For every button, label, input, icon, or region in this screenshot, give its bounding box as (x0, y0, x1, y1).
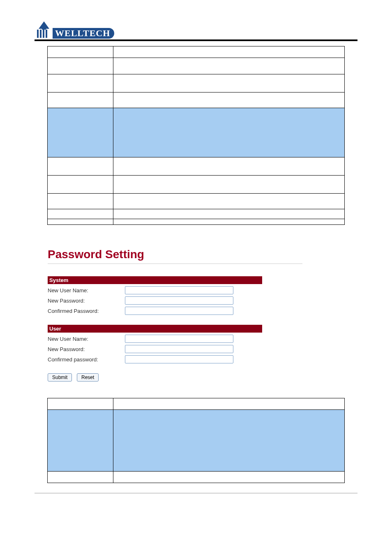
table-cell (113, 410, 345, 472)
user-password-label: New Password: (48, 346, 125, 352)
user-username-label: New User Name: (48, 336, 125, 342)
submit-button[interactable]: Submit (48, 373, 72, 382)
system-username-label: New User Name: (48, 287, 125, 294)
table-cell (113, 46, 345, 58)
table-cell (113, 58, 345, 74)
table-cell (48, 219, 113, 225)
table-cell (48, 157, 113, 176)
svg-rect-2 (43, 30, 44, 38)
table-cell (48, 74, 113, 92)
brand-logo: WELLTECH (35, 21, 114, 39)
table-cell (113, 92, 345, 108)
reset-button[interactable]: Reset (77, 373, 99, 382)
svg-rect-3 (46, 30, 47, 38)
upper-table (47, 46, 345, 225)
user-group: User New User Name: New Password: Confir… (48, 325, 344, 363)
system-username-input[interactable] (125, 286, 233, 294)
lower-table (47, 398, 345, 483)
system-password-row: New Password: (48, 296, 262, 305)
system-username-row: New User Name: (48, 286, 262, 294)
table-cell (48, 398, 113, 410)
table-cell (48, 108, 113, 157)
password-setting-panel: Password Setting System New User Name: N… (48, 248, 344, 382)
table-cell (113, 219, 345, 225)
title-divider (48, 264, 302, 264)
system-confirm-label: Confirmed Password: (48, 308, 125, 314)
system-confirm-row: Confirmed Password: (48, 307, 262, 315)
table-cell (113, 157, 345, 176)
table-cell (48, 472, 113, 483)
table-cell (48, 176, 113, 194)
table-cell (48, 410, 113, 472)
table-cell (113, 74, 345, 92)
table-cell (113, 194, 345, 209)
table-cell (113, 472, 345, 483)
user-password-row: New Password: (48, 345, 262, 353)
system-header: System (48, 276, 262, 284)
table-cell (113, 398, 345, 410)
user-header: User (48, 325, 262, 333)
svg-rect-1 (40, 30, 42, 38)
page-header: WELLTECH (35, 16, 357, 41)
table-cell (48, 194, 113, 209)
system-confirm-input[interactable] (125, 307, 233, 315)
table-cell (113, 209, 345, 219)
user-confirm-row: Confirmed password: (48, 355, 262, 363)
button-row: Submit Reset (48, 373, 344, 382)
table-cell (48, 209, 113, 219)
user-confirm-input[interactable] (125, 355, 233, 363)
user-password-input[interactable] (125, 345, 233, 353)
table-cell (48, 58, 113, 74)
footer-divider (35, 493, 357, 493)
system-password-label: New Password: (48, 298, 125, 304)
table-cell (48, 92, 113, 108)
user-username-row: New User Name: (48, 335, 262, 343)
system-password-input[interactable] (125, 296, 233, 305)
table-cell (113, 176, 345, 194)
page-title: Password Setting (48, 248, 344, 261)
user-username-input[interactable] (125, 335, 233, 343)
table-cell (48, 46, 113, 58)
svg-rect-0 (37, 30, 39, 38)
system-group: System New User Name: New Password: Conf… (48, 276, 344, 315)
brand-name: WELLTECH (53, 28, 114, 39)
table-cell (113, 108, 345, 157)
user-confirm-label: Confirmed password: (48, 356, 125, 363)
logo-arrow-icon (35, 21, 53, 39)
